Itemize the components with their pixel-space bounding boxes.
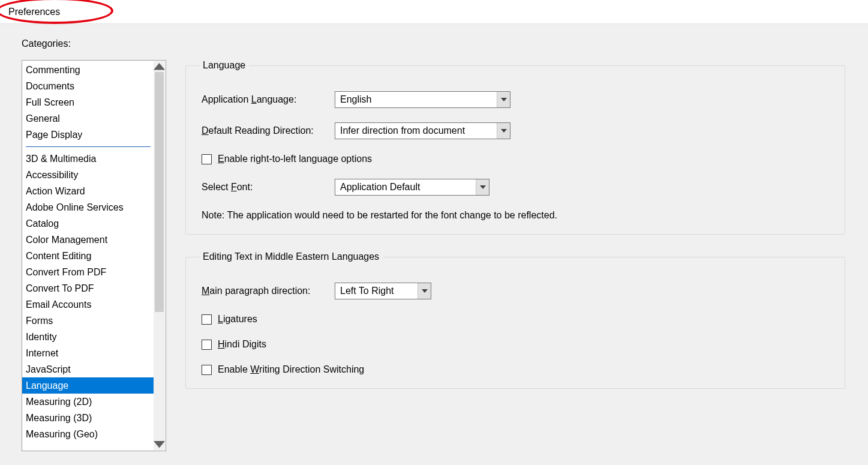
sidebar-item-javascript[interactable]: JavaScript [22,361,154,377]
scrollbar-track[interactable] [154,72,165,439]
rtl-checkbox[interactable] [202,154,212,164]
settings-panel: Language Application Language: English [185,60,868,463]
scrollbar-thumb[interactable] [155,72,164,312]
group-middle-eastern: Editing Text in Middle Eastern Languages… [185,251,845,389]
sidebar-item-language[interactable]: Language [22,377,154,394]
sidebar-item-general[interactable]: General [22,110,154,127]
paragraph-direction-value: Left To Right [335,283,418,299]
sidebar-item-color-management[interactable]: Color Management [22,232,154,248]
group-language: Language Application Language: English [185,60,845,235]
hindi-digits-checkbox-label: Hindi Digits [218,339,266,350]
writing-direction-switching-checkbox-row[interactable]: Enable Writing Direction Switching [202,364,833,375]
font-restart-note: Note: The application would need to be r… [202,210,833,221]
sidebar-item-full-screen[interactable]: Full Screen [22,94,154,110]
sidebar-item-measuring-geo[interactable]: Measuring (Geo) [22,426,154,442]
chevron-down-icon[interactable] [497,92,510,107]
writing-direction-switching-checkbox-label: Enable Writing Direction Switching [218,364,364,375]
writing-direction-switching-checkbox[interactable] [202,365,212,375]
sidebar-item-measuring-2d[interactable]: Measuring (2D) [22,394,154,410]
app-language-value: English [335,92,497,107]
group-middle-eastern-legend: Editing Text in Middle Eastern Languages [199,251,383,262]
sidebar-separator [26,146,151,147]
ligatures-checkbox[interactable] [202,314,212,325]
scroll-down-icon[interactable] [154,439,165,450]
select-font-select[interactable]: Application Default [335,179,489,196]
sidebar-item-convert-from-pdf[interactable]: Convert From PDF [22,264,154,280]
sidebar-item-3d-multimedia[interactable]: 3D & Multimedia [22,151,154,167]
sidebar-item-accessibility[interactable]: Accessibility [22,167,154,183]
sidebar-item-email-accounts[interactable]: Email Accounts [22,296,154,313]
ligatures-checkbox-row[interactable]: Ligatures [202,314,833,325]
ligatures-checkbox-label: Ligatures [218,314,257,325]
paragraph-direction-select[interactable]: Left To Right [335,283,431,299]
sidebar-item-internet[interactable]: Internet [22,345,154,361]
reading-direction-select[interactable]: Infer direction from document [335,122,510,139]
select-font-value: Application Default [335,179,476,195]
dialog-body: Categories: CommentingDocumentsFull Scre… [0,24,868,465]
reading-direction-label: Default Reading Direction: [202,125,335,136]
categories-listbox[interactable]: CommentingDocumentsFull ScreenGeneralPag… [22,60,166,451]
sidebar-item-adobe-online-services[interactable]: Adobe Online Services [22,199,154,215]
group-language-legend: Language [199,60,249,71]
sidebar-item-action-wizard[interactable]: Action Wizard [22,183,154,199]
window-title: Preferences [8,7,60,17]
chevron-down-icon[interactable] [418,283,431,299]
sidebar-item-documents[interactable]: Documents [22,78,154,94]
scroll-up-icon[interactable] [154,61,165,72]
sidebar-item-catalog[interactable]: Catalog [22,215,154,232]
chevron-down-icon[interactable] [476,179,489,195]
rtl-checkbox-label: Enable right-to-left language options [218,154,372,164]
sidebar-item-convert-to-pdf[interactable]: Convert To PDF [22,280,154,296]
sidebar-item-measuring-3d[interactable]: Measuring (3D) [22,410,154,426]
select-font-label: Select Font: [202,182,335,193]
chevron-down-icon[interactable] [497,123,510,139]
sidebar-item-page-display[interactable]: Page Display [22,127,154,143]
sidebar-item-identity[interactable]: Identity [22,329,154,345]
paragraph-direction-label: Main paragraph direction: [202,286,335,296]
reading-direction-value: Infer direction from document [335,123,497,139]
sidebar-item-content-editing[interactable]: Content Editing [22,248,154,264]
rtl-checkbox-row[interactable]: Enable right-to-left language options [202,154,833,164]
window-title-bar: Preferences [0,0,868,24]
sidebar-item-forms[interactable]: Forms [22,313,154,329]
app-language-select[interactable]: English [335,91,510,108]
scrollbar-vertical[interactable] [154,61,165,450]
categories-label: Categories: [22,38,868,49]
hindi-digits-checkbox[interactable] [202,340,212,350]
hindi-digits-checkbox-row[interactable]: Hindi Digits [202,339,833,350]
preferences-window: Preferences Categories: CommentingDocume… [0,0,868,465]
sidebar-item-commenting[interactable]: Commenting [22,62,154,78]
app-language-label: Application Language: [202,94,335,105]
